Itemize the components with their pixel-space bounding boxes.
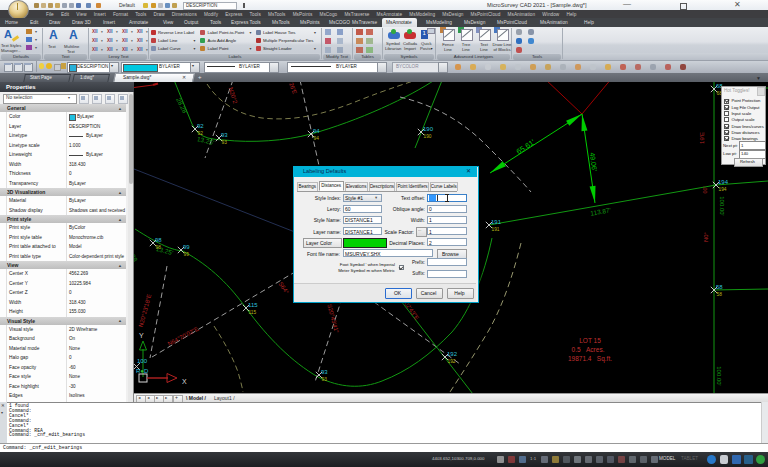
svg-text:S20°43'41": S20°43'41" — [326, 303, 339, 333]
svg-text:100: 100 — [137, 358, 148, 364]
svg-text:28.28': 28.28' — [175, 96, 189, 115]
svg-text:28: 28 — [134, 253, 139, 263]
svg-text:19871.4 Sq.ft.: 19871.4 Sq.ft. — [568, 355, 612, 363]
svg-text:N20°2: N20°2 — [228, 87, 239, 105]
svg-text:94: 94 — [314, 136, 320, 141]
svg-text:N20°23'18"E: N20°23'18"E — [138, 293, 153, 327]
svg-text:93: 93 — [321, 369, 328, 375]
svg-text:94: 94 — [313, 128, 320, 134]
svg-text:92: 92 — [198, 131, 204, 136]
svg-text:191: 191 — [492, 227, 500, 232]
svg-text:26'E: 26'E — [288, 82, 298, 95]
svg-text:58: 58 — [717, 292, 723, 297]
svg-text:191: 191 — [491, 219, 502, 225]
svg-text:93: 93 — [221, 132, 228, 138]
svg-text:192: 192 — [448, 359, 456, 364]
svg-text:R●D: R●D — [136, 368, 149, 374]
svg-text:115: 115 — [249, 310, 257, 315]
svg-text:194: 194 — [718, 179, 729, 185]
svg-text:190: 190 — [423, 126, 434, 132]
svg-text:93: 93 — [322, 377, 328, 382]
svg-text:N0°: N0° — [703, 231, 709, 242]
svg-text:65.61': 65.61' — [515, 137, 537, 156]
svg-text:99: 99 — [183, 244, 190, 250]
svg-text:S64°: S64° — [277, 281, 290, 296]
svg-text:X: X — [182, 378, 187, 385]
svg-text:194: 194 — [719, 187, 727, 192]
svg-text:192: 192 — [447, 351, 458, 357]
svg-text:02'43"E: 02'43"E — [403, 301, 420, 321]
svg-text:115: 115 — [248, 302, 258, 308]
svg-text:Y: Y — [139, 332, 144, 339]
svg-text:58: 58 — [716, 284, 723, 290]
svg-text:13.25': 13.25' — [196, 135, 215, 146]
svg-text:100.00': 100.00' — [719, 196, 725, 216]
svg-text:93: 93 — [222, 140, 228, 145]
svg-text:LOT 15: LOT 15 — [579, 337, 601, 344]
svg-text:190: 190 — [424, 134, 432, 139]
svg-text:100.00': 100.00' — [716, 366, 722, 386]
svg-text:98: 98 — [155, 237, 162, 243]
svg-text:92: 92 — [197, 123, 204, 129]
svg-text:00': 00' — [702, 186, 708, 193]
svg-text:99: 99 — [184, 252, 190, 257]
svg-text:113.87': 113.87' — [590, 206, 612, 216]
svg-text:0.5 Acres.: 0.5 Acres. — [572, 346, 605, 353]
svg-text:19'E: 19'E — [699, 132, 705, 144]
svg-text:N64°20'02"E: N64°20'02"E — [167, 326, 200, 347]
svg-text:98: 98 — [156, 245, 162, 250]
